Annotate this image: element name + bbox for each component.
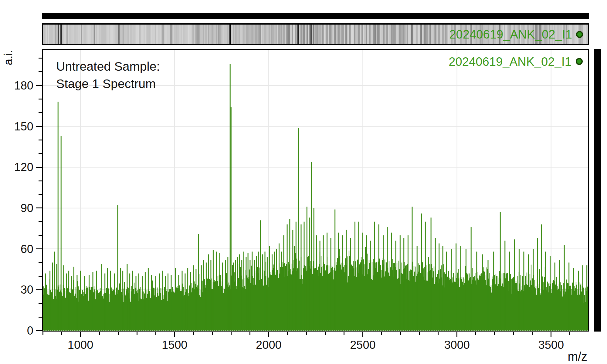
y-axis-minor-tick bbox=[39, 194, 42, 195]
y-tick-label: 90 bbox=[6, 201, 33, 215]
y-axis-minor-tick bbox=[39, 221, 42, 222]
legend[interactable]: 20240619_ANK_02_I1 bbox=[449, 55, 571, 69]
legend-marker-icon bbox=[576, 58, 583, 65]
y-axis-minor-tick bbox=[39, 262, 42, 263]
y-axis-minor-tick bbox=[39, 235, 42, 236]
x-axis-major-tick bbox=[268, 332, 269, 337]
y-axis-minor-tick bbox=[39, 317, 42, 318]
x-tick-label: 1000 bbox=[56, 338, 105, 352]
legend-label: 20240619_ANK_02_I1 bbox=[449, 55, 571, 69]
range-selection-bar[interactable] bbox=[42, 13, 589, 19]
x-axis-major-tick bbox=[551, 332, 551, 337]
annotation-line2: Stage 1 Spectrum bbox=[56, 75, 160, 93]
y-axis-minor-tick bbox=[39, 153, 42, 154]
x-tick-label: 2000 bbox=[244, 338, 293, 352]
x-axis-minor-tick bbox=[231, 332, 232, 335]
x-axis-minor-tick bbox=[118, 332, 119, 335]
x-axis-minor-tick bbox=[344, 332, 344, 335]
y-axis-major-tick bbox=[36, 289, 42, 290]
x-axis-minor-tick bbox=[193, 332, 194, 335]
x-tick-label: 2500 bbox=[339, 338, 387, 352]
x-axis-minor-tick bbox=[287, 332, 288, 335]
x-tick-label: 1500 bbox=[150, 338, 199, 352]
y-axis-major-tick bbox=[36, 167, 42, 168]
plot-annotation: Untreated Sample: Stage 1 Spectrum bbox=[56, 58, 160, 93]
y-axis-minor-tick bbox=[39, 303, 42, 304]
x-axis-major-tick bbox=[174, 332, 175, 337]
y-tick-label: 30 bbox=[6, 282, 33, 297]
x-axis-minor-tick bbox=[137, 332, 137, 335]
x-axis-minor-tick bbox=[569, 332, 570, 335]
y-axis-major-tick bbox=[36, 248, 42, 249]
y-axis-minor-tick bbox=[39, 58, 42, 59]
y-axis-title: a.i. bbox=[2, 50, 15, 65]
x-axis-minor-tick bbox=[212, 332, 213, 335]
y-tick-label: 120 bbox=[6, 160, 33, 174]
x-axis-minor-tick bbox=[381, 332, 382, 335]
y-axis-minor-tick bbox=[39, 99, 42, 99]
spectrum-plot-panel[interactable]: Untreated Sample: Stage 1 Spectrum 20240… bbox=[42, 49, 589, 332]
x-axis-minor-tick bbox=[513, 332, 514, 335]
y-axis-minor-tick bbox=[39, 71, 42, 72]
x-axis-title: m/z bbox=[527, 350, 587, 363]
annotation-line1: Untreated Sample: bbox=[56, 58, 160, 75]
right-range-bar[interactable] bbox=[594, 49, 601, 332]
y-axis-major-tick bbox=[36, 85, 42, 86]
gel-view-panel[interactable]: 20240619_ANK_02_I1 bbox=[42, 23, 589, 45]
gel-sample-marker-icon bbox=[576, 31, 583, 38]
x-axis-minor-tick bbox=[42, 332, 43, 335]
x-axis-minor-tick bbox=[99, 332, 100, 335]
y-axis-minor-tick bbox=[39, 180, 42, 181]
x-axis-minor-tick bbox=[325, 332, 326, 335]
gel-sample-label-text: 20240619_ANK_02_I1 bbox=[449, 28, 572, 41]
x-axis-minor-tick bbox=[306, 332, 307, 335]
x-axis-minor-tick bbox=[249, 332, 250, 335]
x-tick-label: 3000 bbox=[433, 338, 481, 352]
x-axis-major-tick bbox=[80, 332, 81, 337]
y-axis-minor-tick bbox=[39, 140, 42, 140]
x-axis-major-tick bbox=[362, 332, 363, 337]
y-axis-minor-tick bbox=[39, 112, 42, 113]
x-axis-minor-tick bbox=[419, 332, 420, 335]
y-tick-label: 150 bbox=[6, 119, 33, 134]
spectrum-viewer-window: 20240619_ANK_02_I1 Untreated Sample: Sta… bbox=[0, 0, 607, 364]
x-axis-minor-tick bbox=[438, 332, 439, 335]
x-axis-minor-tick bbox=[400, 332, 401, 335]
y-axis-major-tick bbox=[36, 207, 42, 208]
x-tick-label: 3500 bbox=[527, 338, 575, 352]
y-tick-label: 180 bbox=[6, 78, 33, 93]
x-axis-minor-tick bbox=[475, 332, 476, 335]
y-tick-label: 60 bbox=[6, 242, 33, 256]
x-axis-minor-tick bbox=[494, 332, 495, 335]
x-axis-major-tick bbox=[456, 332, 457, 337]
x-axis-minor-tick bbox=[155, 332, 156, 335]
x-axis-minor-tick bbox=[61, 332, 62, 335]
y-axis-minor-tick bbox=[39, 276, 42, 277]
x-axis-minor-tick bbox=[532, 332, 533, 335]
gel-sample-label: 20240619_ANK_02_I1 bbox=[449, 25, 572, 44]
y-axis-major-tick bbox=[36, 330, 42, 331]
y-tick-label: 0 bbox=[6, 323, 33, 338]
y-axis-major-tick bbox=[36, 126, 42, 127]
